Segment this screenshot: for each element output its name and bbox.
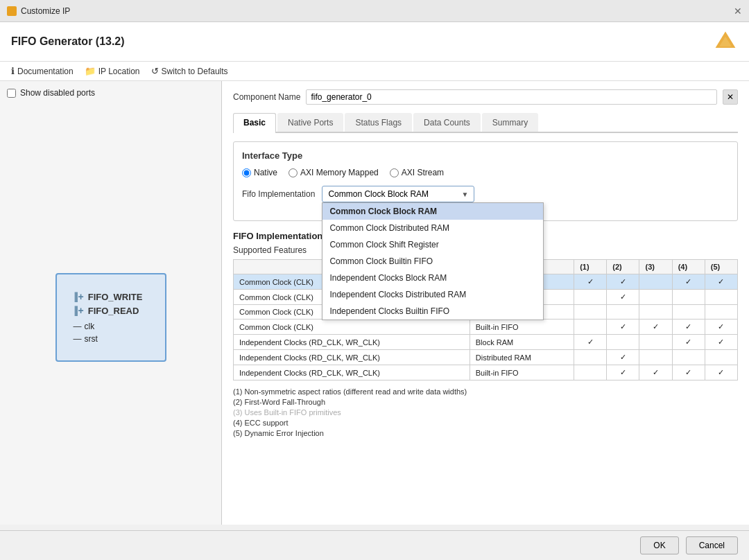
note-3: (4) ECC support [233, 419, 738, 427]
read-port-icon: ‖+ [74, 305, 84, 316]
show-disabled-row: Show disabled ports [7, 88, 214, 98]
dropdown-option-6[interactable]: Independent Clocks Builtin FIFO [322, 303, 543, 320]
dropdown-option-5[interactable]: Independent Clocks Distributed RAM [322, 286, 543, 303]
right-panel: Component Name ✕ BasicNative PortsStatus… [222, 81, 749, 525]
notes-section: (1) Non-symmetric aspect ratios (differe… [233, 387, 738, 437]
fifo-impl-dropdown-wrapper: Common Clock Block RAM ▼ Common Clock Bl… [322, 186, 474, 202]
title-bar: Customize IP ✕ [0, 0, 749, 22]
tabs: BasicNative PortsStatus FlagsData Counts… [233, 113, 738, 133]
interface-type-section: Interface Type Native AXI Memory Mapped … [233, 141, 738, 221]
show-disabled-checkbox[interactable] [7, 89, 16, 98]
documentation-link[interactable]: ℹ Documentation [11, 66, 74, 76]
main-layout: Show disabled ports ‖+ FIFO_WRITE ‖+ FIF… [0, 81, 749, 525]
component-name-row: Component Name ✕ [233, 89, 738, 105]
table-row: Independent Clocks (RD_CLK, WR_CLK)Block… [234, 335, 738, 350]
note-0: (1) Non-symmetric aspect ratios (differe… [233, 387, 738, 396]
dropdown-option-3[interactable]: Common Clock Builtin FIFO [322, 253, 543, 270]
note-1: (2) First-Word Fall-Through [233, 398, 738, 406]
fifo-impl-selected-value: Common Clock Block RAM [328, 189, 429, 199]
clk-signal: — clk [74, 322, 148, 331]
write-port-icon: ‖+ [74, 291, 84, 302]
note-2: (3) Uses Built-in FIFO primitives [233, 408, 738, 417]
dropdown-option-0[interactable]: Common Clock Block RAM [322, 203, 543, 220]
tab-data-counts[interactable]: Data Counts [413, 113, 481, 132]
tab-basic[interactable]: Basic [233, 113, 276, 133]
tab-summary[interactable]: Summary [482, 113, 538, 132]
interface-type-radio-row: Native AXI Memory Mapped AXI Stream [242, 168, 729, 177]
fifo-impl-label: Fifo Implementation [242, 189, 315, 199]
table-header-6: (5) [705, 260, 737, 274]
dropdown-arrow-icon: ▼ [461, 191, 468, 198]
dropdown-option-4[interactable]: Independent Clocks Block RAM [322, 270, 543, 286]
table-row: Independent Clocks (RD_CLK, WR_CLK)Distr… [234, 350, 738, 365]
close-button[interactable]: ✕ [734, 6, 742, 17]
folder-icon: 📁 [85, 66, 96, 76]
radio-native[interactable]: Native [242, 168, 277, 177]
table-row: Common Clock (CLK)Built-in FIFO✓✓✓✓ [234, 320, 738, 335]
refresh-icon: ↺ [151, 66, 159, 76]
srst-signal: — srst [74, 334, 148, 344]
fifo-write-port: ‖+ FIFO_WRITE [74, 291, 148, 302]
component-name-input[interactable] [306, 89, 717, 105]
dropdown-option-1[interactable]: Common Clock Distributed RAM [322, 220, 543, 236]
app-header: FIFO Generator (13.2) [0, 22, 749, 62]
ip-location-link[interactable]: 📁 IP Location [85, 66, 140, 76]
schematic-area: ‖+ FIFO_WRITE ‖+ FIFO_READ — clk — srst [7, 117, 214, 518]
fifo-impl-dropdown-menu: Common Clock Block RAMCommon Clock Distr… [322, 202, 544, 320]
radio-axi-mm[interactable]: AXI Memory Mapped [289, 168, 379, 177]
tab-status-flags[interactable]: Status Flags [345, 113, 412, 132]
title-bar-text: Customize IP [21, 6, 70, 16]
app-icon [7, 6, 17, 16]
interface-type-title: Interface Type [242, 150, 729, 161]
radio-axi-stream[interactable]: AXI Stream [390, 168, 444, 177]
fifo-impl-row: Fifo Implementation Common Clock Block R… [242, 186, 729, 202]
table-row: Independent Clocks (RD_CLK, WR_CLK)Built… [234, 365, 738, 380]
note-4: (5) Dynamic Error Injection [233, 429, 738, 437]
switch-defaults-link[interactable]: ↺ Switch to Defaults [151, 66, 228, 76]
dropdown-option-2[interactable]: Common Clock Shift Register [322, 236, 543, 253]
fifo-impl-dropdown-button[interactable]: Common Clock Block RAM ▼ [322, 186, 474, 202]
component-name-label: Component Name [233, 92, 300, 102]
table-header-4: (3) [639, 260, 672, 274]
tab-native-ports[interactable]: Native Ports [277, 113, 343, 132]
table-header-3: (2) [607, 260, 639, 274]
toolbar: ℹ Documentation 📁 IP Location ↺ Switch t… [0, 62, 749, 81]
app-title: FIFO Generator (13.2) [11, 35, 125, 48]
table-header-2: (1) [574, 260, 607, 274]
fifo-schematic-block: ‖+ FIFO_WRITE ‖+ FIFO_READ — clk — srst [55, 273, 166, 362]
left-panel: Show disabled ports ‖+ FIFO_WRITE ‖+ FIF… [0, 81, 222, 525]
show-disabled-label[interactable]: Show disabled ports [20, 88, 95, 98]
app-logo [713, 29, 738, 54]
fifo-read-port: ‖+ FIFO_READ [74, 305, 148, 316]
info-icon: ℹ [11, 66, 15, 76]
table-header-5: (4) [672, 260, 705, 274]
component-name-clear-button[interactable]: ✕ [723, 89, 738, 105]
